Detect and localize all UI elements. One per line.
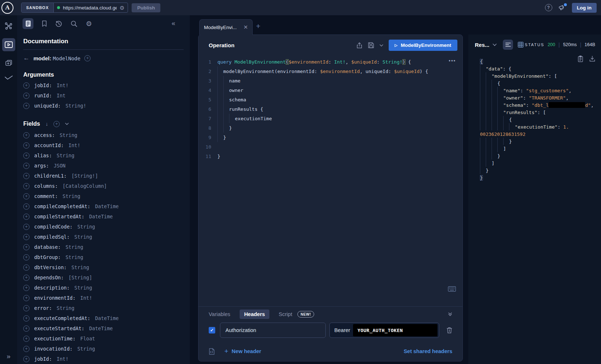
- field-row[interactable]: +invocationId:String: [23, 344, 184, 354]
- collapse-panel-icon[interactable]: «: [172, 20, 175, 27]
- code-line[interactable]: 3name: [199, 76, 462, 85]
- field-row[interactable]: +dependsOn:[String]: [23, 272, 184, 283]
- code-line[interactable]: 9}: [199, 133, 462, 142]
- header-enabled-checkbox[interactable]: ✓: [209, 327, 215, 333]
- field-row[interactable]: +dbtGroup:String: [23, 252, 184, 262]
- tab-script[interactable]: Script: [279, 311, 292, 317]
- search-icon[interactable]: [71, 20, 77, 27]
- field-row[interactable]: +executeCompletedAt:DateTime: [23, 313, 184, 323]
- save-menu-chevron-icon[interactable]: [380, 44, 383, 46]
- history-icon[interactable]: [55, 20, 62, 27]
- field-row[interactable]: +database:String: [23, 242, 184, 252]
- field-row[interactable]: +dbtVersion:String: [23, 262, 184, 272]
- add-field-icon[interactable]: +: [23, 305, 29, 311]
- field-row[interactable]: +alias:String: [23, 150, 184, 161]
- add-field-icon[interactable]: +: [23, 103, 29, 109]
- share-icon[interactable]: [356, 42, 362, 49]
- add-field-icon[interactable]: +: [23, 346, 29, 352]
- code-line[interactable]: 11}: [199, 151, 462, 161]
- add-field-icon[interactable]: +: [23, 153, 29, 159]
- add-field-icon[interactable]: +: [23, 163, 29, 169]
- add-field-icon[interactable]: +: [23, 93, 29, 99]
- chevron-down-icon[interactable]: [65, 123, 69, 125]
- back-arrow-icon[interactable]: ←: [23, 54, 29, 62]
- schema-graph-nav-item[interactable]: [4, 22, 13, 30]
- add-field-icon[interactable]: +: [23, 132, 29, 138]
- add-field-icon[interactable]: +: [23, 356, 29, 362]
- announcements-button[interactable]: [558, 4, 566, 11]
- save-icon[interactable]: [368, 42, 374, 48]
- add-field-icon[interactable]: +: [23, 264, 29, 271]
- close-tab-icon[interactable]: ✕: [243, 24, 248, 31]
- add-field-icon[interactable]: +: [23, 142, 29, 149]
- response-dropdown-icon[interactable]: [493, 44, 497, 46]
- header-value-input[interactable]: Bearer YOUR_AUTH_TOKEN: [329, 323, 439, 338]
- code-line[interactable]: 4owner: [199, 85, 462, 95]
- model-type-link[interactable]: ModelNode: [53, 56, 80, 61]
- operation-tab[interactable]: ModelByEnvi... ✕: [199, 19, 253, 35]
- field-row[interactable]: +compileStartedAt:DateTime: [23, 211, 184, 222]
- new-tab-button[interactable]: +: [256, 22, 260, 31]
- endpoint-url-text[interactable]: https://metadata.cloud.get: [63, 5, 117, 11]
- add-field-icon[interactable]: +: [23, 244, 29, 250]
- query-editor[interactable]: 1query ModelByEnvironment($environmentId…: [199, 54, 462, 306]
- header-script-icon[interactable]: [209, 348, 215, 355]
- header-name-input[interactable]: Authorization: [220, 323, 326, 338]
- argument-row[interactable]: +uniqueId:String!: [23, 101, 184, 111]
- add-field-icon[interactable]: +: [23, 254, 29, 260]
- field-row[interactable]: +columns:[CatalogColumn]: [23, 181, 184, 191]
- add-field-icon[interactable]: +: [23, 325, 29, 332]
- field-row[interactable]: +args:JSON: [23, 161, 184, 171]
- tab-headers[interactable]: Headers: [240, 310, 269, 319]
- endpoint-settings-icon[interactable]: ⚙: [120, 5, 124, 11]
- new-header-button[interactable]: New header: [232, 348, 261, 354]
- code-line[interactable]: 6runResults {: [199, 104, 462, 114]
- add-field-icon[interactable]: +: [23, 214, 29, 220]
- changelog-nav-item[interactable]: [5, 59, 13, 67]
- add-field-icon[interactable]: +: [23, 285, 29, 291]
- add-field-icon[interactable]: +: [23, 295, 29, 301]
- field-row[interactable]: +compileCompletedAt:DateTime: [23, 201, 184, 211]
- raw-view-button-selected[interactable]: [503, 40, 513, 50]
- add-field-icon[interactable]: +: [23, 193, 29, 199]
- field-row[interactable]: +comment:String: [23, 191, 184, 201]
- field-row[interactable]: +access:String: [23, 130, 184, 140]
- field-row[interactable]: +description:String: [23, 283, 184, 293]
- expand-rail-button[interactable]: »: [0, 352, 17, 360]
- field-row[interactable]: +jobId:Int!: [23, 354, 184, 364]
- code-line[interactable]: 8}: [199, 123, 462, 133]
- add-field-icon[interactable]: +: [23, 275, 29, 281]
- sort-descending-icon[interactable]: ↓: [45, 121, 48, 127]
- add-field-icon[interactable]: +: [23, 82, 29, 89]
- set-shared-headers-link[interactable]: Set shared headers: [404, 348, 452, 354]
- bookmark-icon[interactable]: [42, 20, 47, 27]
- code-line[interactable]: 2modelByEnvironment(environmentId: $envi…: [199, 66, 462, 76]
- checks-nav-item[interactable]: [4, 75, 13, 80]
- auth-token-value[interactable]: YOUR_AUTH_TOKEN: [353, 324, 437, 336]
- help-icon[interactable]: ?: [545, 4, 552, 11]
- code-line[interactable]: 10: [199, 142, 462, 151]
- docs-tab-button-selected[interactable]: [23, 18, 33, 29]
- code-line[interactable]: 5schema: [199, 95, 462, 104]
- add-all-fields-icon[interactable]: +: [53, 121, 60, 127]
- code-line[interactable]: 1query ModelByEnvironment($environmentId…: [199, 57, 462, 66]
- login-button[interactable]: Log in: [572, 3, 597, 13]
- add-field-icon[interactable]: +: [23, 315, 29, 321]
- tab-variables[interactable]: Variables: [209, 311, 230, 317]
- field-row[interactable]: +childrenL1:[String!]: [23, 171, 184, 181]
- table-view-button[interactable]: [518, 42, 524, 48]
- field-row[interactable]: +executeStartedAt:DateTime: [23, 323, 184, 333]
- download-response-icon[interactable]: [589, 56, 595, 62]
- publish-button[interactable]: Publish: [132, 3, 160, 12]
- argument-row[interactable]: +runId:Int: [23, 90, 184, 101]
- copy-response-icon[interactable]: [578, 56, 583, 62]
- docs-settings-icon[interactable]: ⚙: [86, 20, 92, 27]
- field-row[interactable]: +executionTime:Float: [23, 333, 184, 344]
- field-row[interactable]: +compiledSql:String: [23, 232, 184, 242]
- add-field-icon[interactable]: +: [23, 224, 29, 230]
- run-operation-button[interactable]: ▷ ModelByEnvironment: [389, 40, 457, 51]
- add-field-icon[interactable]: +: [23, 183, 29, 189]
- field-row[interactable]: +environmentId:Int!: [23, 293, 184, 303]
- field-row[interactable]: +error:String: [23, 303, 184, 313]
- argument-row[interactable]: +jobId:Int!: [23, 80, 184, 90]
